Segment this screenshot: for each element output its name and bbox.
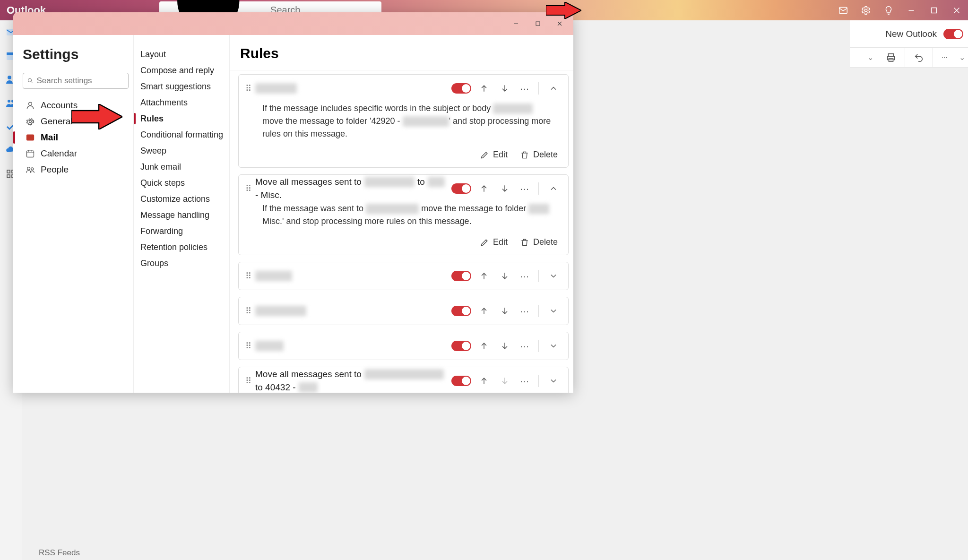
svg-point-16 — [8, 100, 10, 103]
delete-rule-button[interactable]: Delete — [520, 237, 558, 247]
nav1-item-mail[interactable]: Mail — [23, 129, 129, 146]
redacted-text — [299, 382, 318, 393]
nav2-item-customize-actions[interactable]: Customize actions — [134, 191, 229, 207]
redacted-text — [255, 341, 284, 351]
more-button[interactable]: ··· — [933, 48, 956, 67]
nav2-item-smart-suggestions[interactable]: Smart suggestions — [134, 78, 229, 95]
lightbulb-icon[interactable] — [877, 0, 900, 20]
svg-point-26 — [28, 78, 31, 82]
move-down-button[interactable] — [497, 80, 513, 96]
settings-search-input[interactable] — [36, 76, 124, 86]
nav1-label: Mail — [41, 132, 58, 143]
nav2-item-message-handling[interactable]: Message handling — [134, 207, 229, 223]
chevron-down-icon[interactable]: ⌄ — [864, 53, 877, 62]
rule-header: ⠿··· — [239, 262, 568, 290]
rule-enabled-toggle[interactable] — [451, 376, 471, 386]
move-down-button[interactable] — [497, 181, 513, 197]
settings-search[interactable] — [23, 73, 129, 89]
undo-button[interactable] — [905, 48, 933, 67]
settings-panel: Rules ⠿···If the message includes specif… — [230, 35, 573, 393]
expand-toggle[interactable] — [545, 181, 562, 197]
nav1-item-people[interactable]: People — [23, 162, 129, 178]
move-down-button[interactable] — [497, 268, 513, 284]
expand-toggle[interactable] — [545, 268, 562, 284]
nav1-label: Calendar — [41, 148, 77, 159]
separator — [538, 182, 539, 195]
rule-enabled-toggle[interactable] — [451, 183, 471, 194]
nav2-item-attachments[interactable]: Attachments — [134, 95, 229, 111]
svg-rect-18 — [7, 170, 10, 173]
move-down-button[interactable] — [497, 373, 513, 389]
drag-handle-icon[interactable]: ⠿ — [245, 310, 251, 312]
move-up-button[interactable] — [476, 80, 492, 96]
move-up-button[interactable] — [476, 338, 492, 354]
rules-list[interactable]: ⠿···If the message includes specific wor… — [230, 70, 573, 393]
rule-card: ⠿··· — [238, 297, 569, 325]
chevron-down-icon[interactable]: ⌄ — [956, 53, 968, 62]
dialog-titlebar — [13, 12, 573, 35]
nav2-item-conditional-formatting[interactable]: Conditional formatting — [134, 127, 229, 143]
rule-title — [255, 306, 447, 316]
rule-title — [255, 341, 447, 351]
move-up-button[interactable] — [476, 373, 492, 389]
expand-toggle[interactable] — [545, 80, 562, 96]
new-outlook-toggle[interactable] — [943, 29, 963, 39]
redacted-text — [255, 306, 306, 316]
nav2-item-sweep[interactable]: Sweep — [134, 143, 229, 159]
more-options-button[interactable]: ··· — [518, 271, 532, 282]
nav2-item-groups[interactable]: Groups — [134, 255, 229, 271]
move-down-button[interactable] — [497, 338, 513, 354]
dialog-minimize-button[interactable] — [505, 12, 527, 35]
gear-icon[interactable] — [855, 0, 877, 20]
nav2-item-retention-policies[interactable]: Retention policies — [134, 239, 229, 255]
expand-toggle[interactable] — [545, 303, 562, 319]
redacted-text — [428, 177, 445, 187]
more-options-button[interactable]: ··· — [518, 306, 532, 317]
more-options-button[interactable]: ··· — [518, 83, 532, 94]
more-options-button[interactable]: ··· — [518, 341, 532, 352]
move-up-button[interactable] — [476, 303, 492, 319]
more-options-button[interactable]: ··· — [518, 376, 532, 387]
rule-enabled-toggle[interactable] — [451, 271, 471, 281]
svg-point-36 — [31, 168, 34, 170]
move-down-button[interactable] — [497, 303, 513, 319]
expand-toggle[interactable] — [545, 373, 562, 389]
drag-handle-icon[interactable]: ⠿ — [245, 87, 251, 90]
svg-rect-20 — [7, 175, 10, 178]
drag-handle-icon[interactable]: ⠿ — [245, 380, 251, 382]
mail-icon[interactable] — [832, 0, 855, 20]
minimize-button[interactable] — [900, 5, 923, 16]
new-outlook-label: New Outlook — [885, 29, 937, 39]
rule-card: ⠿···If the message includes specific wor… — [238, 74, 569, 168]
delete-rule-button[interactable]: Delete — [520, 150, 558, 160]
move-up-button[interactable] — [476, 181, 492, 197]
nav2-item-compose-and-reply[interactable]: Compose and reply — [134, 62, 229, 78]
nav1-item-calendar[interactable]: Calendar — [23, 146, 129, 162]
nav2-item-quick-steps[interactable]: Quick steps — [134, 175, 229, 191]
rule-enabled-toggle[interactable] — [451, 341, 471, 351]
rule-header: ⠿··· — [239, 75, 568, 102]
maximize-button[interactable] — [923, 5, 945, 16]
svg-line-27 — [31, 82, 33, 83]
rule-title — [255, 83, 447, 94]
close-button[interactable] — [945, 5, 968, 16]
drag-handle-icon[interactable]: ⠿ — [245, 345, 251, 347]
rule-enabled-toggle[interactable] — [451, 306, 471, 316]
edit-rule-button[interactable]: Edit — [480, 237, 508, 247]
rule-description: If the message includes specific words i… — [239, 102, 568, 147]
more-options-button[interactable]: ··· — [518, 183, 532, 194]
nav2-item-junk-email[interactable]: Junk email — [134, 159, 229, 175]
edit-rule-button[interactable]: Edit — [480, 150, 508, 160]
rule-enabled-toggle[interactable] — [451, 83, 471, 94]
nav2-item-layout[interactable]: Layout — [134, 46, 229, 62]
drag-handle-icon[interactable]: ⠿ — [245, 275, 251, 277]
nav2-item-rules[interactable]: Rules — [134, 111, 229, 127]
separator — [538, 270, 539, 282]
svg-rect-9 — [888, 53, 893, 56]
svg-point-35 — [27, 167, 30, 170]
drag-handle-icon[interactable]: ⠿ — [245, 188, 251, 190]
expand-toggle[interactable] — [545, 338, 562, 354]
move-up-button[interactable] — [476, 268, 492, 284]
print-button[interactable] — [877, 48, 905, 67]
nav2-item-forwarding[interactable]: Forwarding — [134, 223, 229, 239]
